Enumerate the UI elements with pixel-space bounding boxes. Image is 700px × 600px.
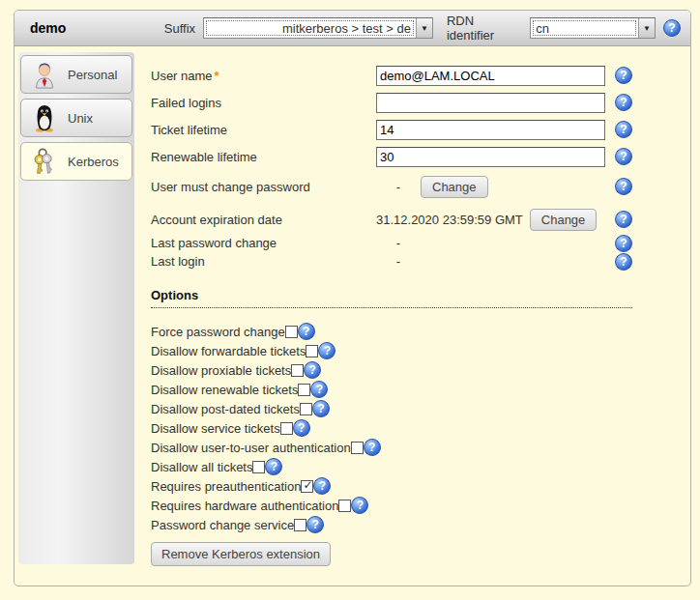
help-icon[interactable] [615, 148, 632, 165]
option-label: Requires hardware authentication [151, 499, 338, 513]
option-row: Disallow post-dated tickets [151, 399, 632, 418]
ticket-lifetime-input[interactable] [376, 120, 605, 140]
option-label: Password change service [151, 518, 294, 532]
force-password-change-checkbox[interactable] [285, 326, 298, 338]
help-icon[interactable] [615, 67, 632, 84]
option-row: Requires preauthentication [151, 476, 632, 496]
account-editor-window: demo Suffix mitkerberos > test > de RDN … [14, 10, 691, 586]
form-row-last-password-change: Last password change - [151, 234, 632, 252]
option-label: Disallow user-to-user authentication [151, 441, 351, 455]
option-row: Disallow service tickets [151, 418, 632, 438]
option-row: Disallow renewable tickets [151, 380, 632, 399]
penguin-icon [30, 103, 59, 132]
option-row: Disallow user-to-user authentication [151, 438, 632, 457]
last-login-value: - [376, 254, 421, 269]
person-icon [30, 60, 59, 89]
option-row: Force password change [151, 322, 632, 341]
username-label: User name* [151, 69, 376, 83]
renewable-lifetime-label: Renewable lifetime [151, 150, 376, 164]
option-label: Disallow forwardable tickets [151, 344, 306, 358]
disallow-proxiable-checkbox[interactable] [291, 364, 304, 377]
account-title: demo [30, 20, 164, 36]
rdn-select-value: cn [531, 18, 638, 38]
help-icon[interactable] [615, 94, 632, 111]
last-password-change-label: Last password change [151, 236, 376, 250]
change-password-button[interactable]: Change [421, 176, 488, 198]
last-password-change-value: - [376, 236, 421, 250]
ticket-lifetime-label: Ticket lifetime [151, 123, 376, 137]
form-row-ticket-lifetime: Ticket lifetime [151, 116, 632, 143]
form-row-renewable-lifetime: Renewable lifetime [151, 143, 632, 170]
option-row: Disallow all tickets [151, 457, 632, 476]
option-row: Requires hardware authentication [151, 496, 632, 515]
help-icon[interactable] [313, 477, 331, 495]
tab-personal[interactable]: Personal [20, 55, 132, 94]
failed-logins-input[interactable] [376, 93, 605, 113]
disallow-postdated-checkbox[interactable] [300, 403, 312, 415]
suffix-label: Suffix [164, 21, 195, 36]
options-list: Force password change Disallow forwardab… [151, 322, 690, 534]
help-icon[interactable] [615, 253, 632, 271]
renewable-lifetime-input[interactable] [376, 147, 605, 167]
tab-label: Personal [68, 68, 117, 82]
help-icon[interactable] [306, 516, 324, 533]
required-marker: * [215, 69, 219, 83]
chevron-down-icon[interactable] [638, 18, 655, 38]
tab-kerberos[interactable]: Kerberos [20, 142, 132, 181]
failed-logins-label: Failed logins [151, 96, 376, 110]
form-row-must-change-password: User must change password - Change [151, 174, 632, 199]
help-icon[interactable] [265, 458, 282, 475]
help-icon[interactable] [298, 323, 315, 340]
remove-kerberos-extension-button[interactable]: Remove Kerberos extension [151, 542, 331, 566]
must-change-password-value: - [376, 180, 421, 194]
tab-unix[interactable]: Unix [20, 99, 132, 137]
option-label: Requires preauthentication [151, 479, 301, 494]
tab-label: Kerberos [68, 155, 119, 169]
disallow-renewable-checkbox[interactable] [298, 384, 310, 396]
password-change-service-checkbox[interactable] [294, 519, 306, 531]
option-label: Disallow post-dated tickets [151, 402, 300, 416]
help-icon[interactable] [615, 211, 632, 228]
form-row-last-login: Last login - [151, 252, 632, 271]
tab-label: Unix [68, 111, 93, 126]
option-label: Disallow all tickets [151, 460, 252, 474]
username-input[interactable] [376, 66, 605, 86]
help-icon[interactable] [615, 121, 632, 138]
chevron-down-icon[interactable] [416, 18, 432, 38]
module-sidebar: Personal Unix [15, 46, 137, 586]
help-icon[interactable] [304, 361, 321, 379]
option-label: Disallow proxiable tickets [151, 363, 291, 378]
requires-hardware-auth-checkbox[interactable] [338, 500, 351, 512]
suffix-select[interactable]: mitkerberos > test > de [203, 17, 433, 39]
disallow-forwardable-checkbox[interactable] [306, 345, 318, 357]
option-row: Password change service [151, 515, 632, 534]
help-icon[interactable] [364, 439, 381, 456]
form-row-failed-logins: Failed logins [151, 89, 632, 116]
change-expiration-button[interactable]: Change [530, 209, 598, 231]
requires-preauth-checkbox[interactable] [301, 480, 313, 493]
help-icon[interactable] [615, 235, 632, 252]
disallow-service-checkbox[interactable] [280, 422, 293, 435]
header-bar: demo Suffix mitkerberos > test > de RDN … [15, 11, 690, 46]
disallow-user-to-user-checkbox[interactable] [351, 442, 364, 454]
rdn-label: RDN identifier [447, 14, 524, 43]
help-icon[interactable] [318, 342, 335, 359]
keys-icon [30, 147, 59, 176]
last-login-label: Last login [151, 254, 376, 269]
help-icon[interactable] [312, 400, 330, 417]
expiration-value: 31.12.2020 23:59:59 GMT [376, 213, 523, 227]
form-row-expiration: Account expiration date 31.12.2020 23:59… [151, 205, 632, 234]
kerberos-form: User name* Failed logins Ticket lifetime… [137, 46, 690, 586]
option-label: Force password change [151, 325, 285, 339]
help-icon[interactable] [293, 419, 310, 437]
help-icon[interactable] [351, 497, 368, 514]
sidebar-column: Personal Unix [18, 52, 134, 564]
help-icon[interactable] [615, 178, 632, 195]
option-label: Disallow service tickets [151, 421, 280, 436]
remove-extension-row: Remove Kerberos extension [151, 542, 690, 566]
rdn-select[interactable]: cn [530, 17, 656, 39]
help-icon[interactable] [310, 381, 328, 398]
form-row-username: User name* [151, 62, 632, 89]
help-icon[interactable] [663, 19, 681, 37]
disallow-all-tickets-checkbox[interactable] [252, 461, 265, 473]
